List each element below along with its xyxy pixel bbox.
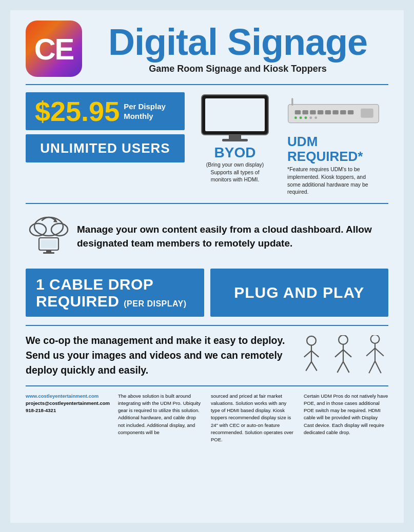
- svg-point-20: [34, 217, 63, 236]
- person-medium-icon: [330, 335, 357, 376]
- svg-rect-26: [46, 250, 51, 252]
- svg-point-40: [371, 335, 380, 343]
- price-box: $25.95 Per Display Monthly: [26, 92, 185, 130]
- deploy-section: We co-op the management and make it easy…: [26, 333, 388, 378]
- subtitle: Game Room Signage and Kiosk Toppers: [87, 64, 388, 74]
- footer-divider: [26, 385, 388, 386]
- svg-point-21: [30, 223, 46, 236]
- pricing-images: BYOD (Bring your own display) Supports a…: [193, 92, 388, 196]
- svg-rect-25: [41, 240, 56, 248]
- footer-phone: 918-218-4321: [26, 407, 110, 414]
- deploy-divider: [26, 325, 388, 326]
- svg-line-37: [343, 350, 351, 357]
- unlimited-text: UNLIMITED USERS: [40, 140, 170, 156]
- mid-divider: [26, 203, 388, 204]
- svg-line-31: [311, 351, 319, 357]
- svg-rect-10: [325, 110, 331, 114]
- svg-point-22: [51, 223, 68, 236]
- svg-rect-19: [361, 109, 373, 118]
- plug-box: PLUG AND PLAY: [210, 269, 389, 317]
- svg-rect-27: [43, 252, 54, 254]
- footer-col4: Certain UDM Pros do not natively have PO…: [304, 393, 388, 444]
- svg-rect-7: [303, 110, 308, 114]
- cable-sub: (PER DISPLAY): [124, 299, 186, 308]
- cable-plug-section: 1 CABLE DROPREQUIRED (PER DISPLAY) PLUG …: [26, 269, 388, 317]
- udm-note: *Feature requires UDM's to be implemente…: [287, 166, 380, 196]
- svg-rect-8: [310, 110, 316, 114]
- cable-title: 1 CABLE DROPREQUIRED (PER DISPLAY): [36, 276, 194, 310]
- footer-url: www.costleyentertainment.com: [26, 393, 110, 400]
- deploy-text: We co-op the management and make it easy…: [26, 333, 288, 378]
- svg-rect-6: [295, 110, 301, 114]
- svg-point-14: [294, 116, 297, 119]
- udm-label: UDM REQUIRED*: [287, 134, 388, 163]
- byod-label: BYOD: [214, 145, 256, 161]
- svg-line-32: [306, 361, 311, 371]
- header-divider: [26, 84, 388, 85]
- svg-rect-1: [205, 98, 265, 131]
- plug-text: PLUG AND PLAY: [234, 284, 364, 301]
- svg-line-45: [375, 361, 381, 373]
- pricing-section: $25.95 Per Display Monthly UNLIMITED USE…: [26, 92, 388, 196]
- people-icons: [298, 335, 388, 376]
- svg-rect-12: [340, 110, 346, 114]
- main-title: Digital Signage: [87, 24, 388, 60]
- svg-line-43: [375, 348, 384, 356]
- svg-point-16: [305, 116, 307, 119]
- cloud-description: Manage your own content easily from a cl…: [77, 223, 388, 250]
- svg-rect-13: [348, 110, 353, 114]
- svg-line-38: [337, 361, 343, 372]
- footer: www.costleyentertainment.com projects@co…: [26, 393, 388, 444]
- footer-contact: www.costleyentertainment.com projects@co…: [26, 393, 110, 444]
- svg-point-17: [309, 116, 312, 119]
- price-number: $25.95: [35, 97, 120, 125]
- router-area: UDM REQUIRED* *Feature requires UDM's to…: [287, 92, 388, 196]
- logo-text: CE: [34, 32, 74, 66]
- cloud-dashboard-icon: [26, 215, 72, 256]
- header: CE Digital Signage Game Room Signage and…: [26, 21, 388, 77]
- pricing-left: $25.95 Per Display Monthly UNLIMITED USE…: [26, 92, 185, 162]
- person-tall-icon: [362, 335, 388, 376]
- unlimited-box: UNLIMITED USERS: [26, 134, 185, 162]
- cable-box: 1 CABLE DROPREQUIRED (PER DISPLAY): [26, 269, 204, 317]
- cloud-icon-wrap: [26, 215, 67, 258]
- svg-point-18: [314, 116, 317, 119]
- monitor-area: BYOD (Bring your own display) Supports a…: [193, 92, 277, 183]
- svg-rect-5: [291, 98, 293, 106]
- svg-rect-3: [222, 139, 248, 141]
- svg-line-39: [343, 361, 349, 372]
- logo: CE: [26, 21, 82, 77]
- svg-rect-2: [229, 135, 241, 139]
- svg-point-34: [339, 335, 348, 344]
- person-small-icon: [298, 335, 325, 376]
- svg-line-36: [335, 350, 343, 357]
- price-label-line1: Per Display: [124, 101, 166, 112]
- svg-line-33: [311, 361, 317, 371]
- svg-line-30: [304, 351, 311, 357]
- svg-line-42: [366, 348, 375, 356]
- price-label-line2: Monthly: [124, 111, 166, 121]
- svg-rect-11: [332, 110, 338, 114]
- footer-col3: sourced and priced at fair market valuat…: [211, 393, 295, 444]
- byod-sub: (Bring your own display) Supports all ty…: [202, 161, 268, 183]
- footer-email: projects@costleyentertainment.com: [26, 400, 110, 407]
- title-block: Digital Signage Game Room Signage and Ki…: [87, 24, 388, 74]
- svg-line-44: [369, 361, 375, 373]
- router-icon: [287, 92, 380, 133]
- monitor-icon: [199, 92, 271, 144]
- svg-point-15: [300, 116, 302, 119]
- page: CE Digital Signage Game Room Signage and…: [10, 10, 404, 523]
- footer-col2: The above solution is built around integ…: [118, 393, 203, 444]
- pricing-right: BYOD (Bring your own display) Supports a…: [193, 92, 388, 196]
- svg-rect-9: [318, 110, 323, 114]
- cloud-section: Manage your own content easily from a cl…: [26, 212, 388, 261]
- svg-point-28: [307, 336, 316, 345]
